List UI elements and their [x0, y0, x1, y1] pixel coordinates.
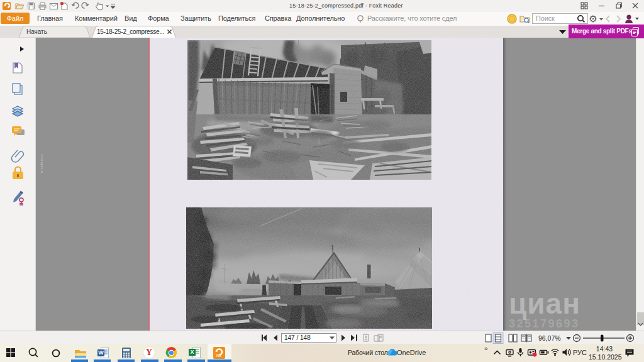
- svg-text:PDF: PDF: [216, 354, 222, 358]
